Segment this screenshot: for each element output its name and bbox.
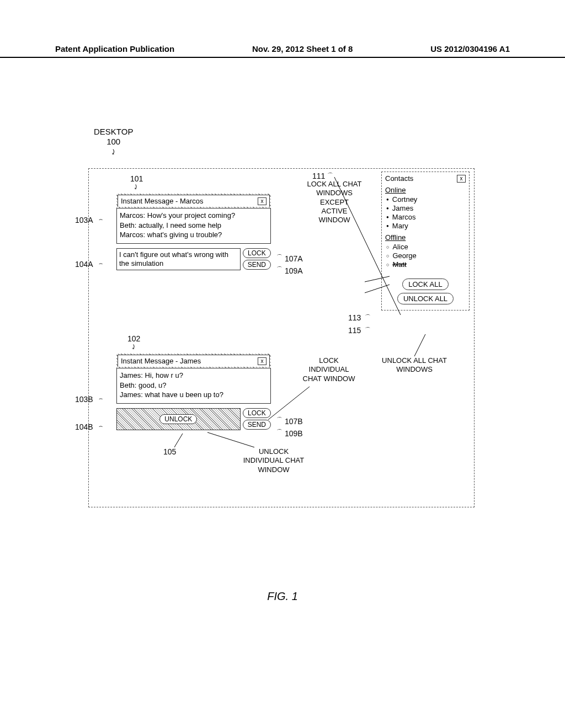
ref-103B: 103B xyxy=(75,395,93,404)
callout-lock-individual: LOCK INDIVIDUAL CHAT WINDOW xyxy=(299,356,359,383)
chat-line: James: Hi, how r u? xyxy=(120,371,268,381)
close-icon[interactable]: x xyxy=(258,357,266,365)
chat-line: Beth: good, u? xyxy=(120,381,268,390)
header-center: Nov. 29, 2012 Sheet 1 of 8 xyxy=(252,44,353,53)
ref-101: 101 xyxy=(130,174,143,183)
lock-all-button[interactable]: LOCK ALL xyxy=(402,279,448,290)
send-button[interactable]: SEND xyxy=(243,260,271,270)
ref-105: 105 xyxy=(163,447,176,456)
chat-history-marcos: Marcos: How's your project coming? Beth:… xyxy=(116,208,271,244)
contact-item[interactable]: Cortney xyxy=(386,195,466,204)
ref-109B: 109B xyxy=(285,429,303,438)
lock-button[interactable]: LOCK xyxy=(243,248,271,258)
ref-115: 115 xyxy=(348,326,361,335)
svg-line-4 xyxy=(207,432,254,447)
ref-107A: 107A xyxy=(285,254,303,263)
chat-line: Marcos: How's your project coming? xyxy=(120,211,268,221)
desktop-label: DESKTOP 100 ⤸ xyxy=(94,127,133,157)
leader-101: ⤸ xyxy=(133,183,138,191)
ref-103A: 103A xyxy=(75,216,93,224)
chat-history-james: James: Hi, how r u? Beth: good, u? James… xyxy=(116,368,271,404)
header-left: Patent Application Publication xyxy=(55,44,174,53)
leader-icon: ⤸ xyxy=(94,148,133,157)
offline-header: Offline xyxy=(385,233,466,242)
callout-unlock-all-chat: UNLOCK ALL CHAT WINDOWS xyxy=(381,356,447,374)
chat-window-james: Instant Message - James x James: Hi, how… xyxy=(116,354,271,430)
contacts-title: Contacts xyxy=(385,174,413,183)
ref-111: 111 xyxy=(312,172,325,180)
svg-line-1 xyxy=(268,387,310,420)
contacts-panel: Contacts x Online Cortney James Marcos M… xyxy=(381,172,470,311)
callout-unlock-individual: UNLOCK INDIVIDUAL CHAT WINDOW xyxy=(241,447,307,474)
locked-input-area: UNLOCK xyxy=(116,408,241,430)
ref-107B: 107B xyxy=(285,417,303,426)
online-list: Cortney James Marcos Mary xyxy=(385,195,466,230)
chat-line: Marcos: what's giving u trouble? xyxy=(120,230,268,240)
chat-input-row: I can't figure out what's wrong with the… xyxy=(116,248,271,271)
offline-list: Alice George Matt xyxy=(385,243,466,269)
ref-104B: 104B xyxy=(75,422,93,431)
chat-title-text: Instant Message - Marcos xyxy=(121,197,204,205)
header-right: US 2012/0304196 A1 xyxy=(430,44,510,53)
contact-item[interactable]: Matt xyxy=(386,260,466,269)
chat-input-row-locked: UNLOCK LOCK SEND xyxy=(116,408,271,430)
contact-item[interactable]: Marcos xyxy=(386,213,466,221)
chat-title-text: Instant Message - James xyxy=(121,357,201,365)
svg-line-2 xyxy=(414,334,425,356)
close-icon[interactable]: x xyxy=(258,197,266,205)
chat-title-bar[interactable]: Instant Message - Marcos x xyxy=(118,195,270,207)
lock-button[interactable]: LOCK xyxy=(243,408,271,418)
desktop-ref: 100 xyxy=(94,137,133,147)
ref-113: 113 xyxy=(348,313,361,322)
unlock-button[interactable]: UNLOCK xyxy=(159,414,197,424)
leader-102: ⤸ xyxy=(131,343,136,351)
ref-102: 102 xyxy=(127,334,140,343)
unlock-all-button[interactable]: UNLOCK ALL xyxy=(397,293,454,304)
chat-line: James: what have u been up to? xyxy=(120,390,268,400)
desktop-title: DESKTOP xyxy=(94,127,133,137)
callout-lock-all-except: LOCK ALL CHAT WINDOWS EXCEPT ACTIVE WIND… xyxy=(307,180,362,224)
page-header: Patent Application Publication Nov. 29, … xyxy=(0,44,565,58)
contact-item[interactable]: James xyxy=(386,204,466,212)
ref-109A: 109A xyxy=(285,266,303,275)
figure-caption: FIG. 1 xyxy=(0,590,565,603)
chat-input-marcos[interactable]: I can't figure out what's wrong with the… xyxy=(116,248,241,271)
contact-item[interactable]: George xyxy=(386,251,466,260)
chat-title-bar[interactable]: Instant Message - James x xyxy=(118,355,270,367)
ref-104A: 104A xyxy=(75,260,93,269)
send-button[interactable]: SEND xyxy=(243,420,271,430)
svg-line-3 xyxy=(174,433,183,447)
online-header: Online xyxy=(385,186,466,194)
close-icon[interactable]: x xyxy=(457,175,466,183)
chat-line: Beth: actually, I need some help xyxy=(120,221,268,231)
chat-window-marcos: Instant Message - Marcos x Marcos: How's… xyxy=(116,194,271,270)
contact-item[interactable]: Mary xyxy=(386,222,466,230)
desktop-frame: 101 ⤸ Instant Message - Marcos x Marcos:… xyxy=(88,168,475,507)
contact-item[interactable]: Alice xyxy=(386,243,466,251)
